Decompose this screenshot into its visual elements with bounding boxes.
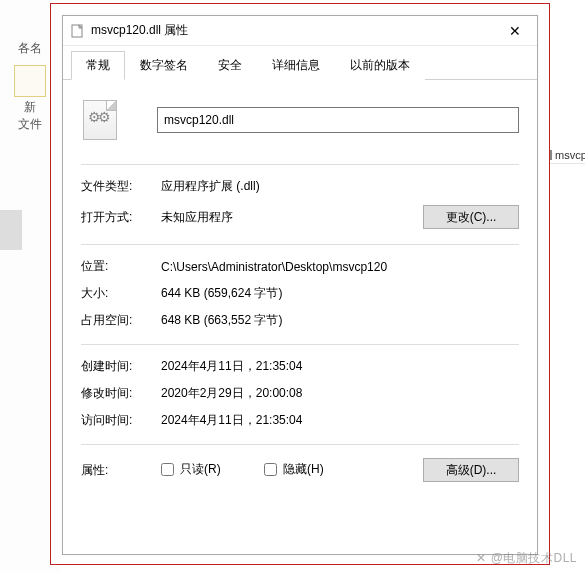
explorer-background-left: 各名 新 文件 [0, 0, 60, 573]
created-value: 2024年4月11日，21:35:04 [161, 358, 519, 375]
created-label: 创建时间: [81, 358, 161, 375]
title-file-icon [71, 24, 85, 38]
filename-input[interactable] [157, 107, 519, 133]
location-value: C:\Users\Administrator\Desktop\msvcp120 [161, 260, 519, 274]
tab-digital-signatures[interactable]: 数字签名 [125, 51, 203, 80]
readonly-label: 只读(R) [180, 461, 221, 478]
accessed-label: 访问时间: [81, 412, 161, 429]
bg-rename-item: 各名 [0, 40, 60, 57]
bg-file-label: msvcp12 [555, 149, 585, 161]
separator [81, 164, 519, 165]
location-label: 位置: [81, 258, 161, 275]
bg-new-item: 新 文件 [0, 65, 60, 133]
gears-icon: ⚙⚙ [88, 109, 108, 125]
openwith-value: 未知应用程序 [161, 209, 423, 226]
dialog-titlebar[interactable]: msvcp120.dll 属性 ✕ [63, 16, 537, 46]
bg-rename-label: 各名 [18, 40, 42, 57]
attrs-options: 只读(R) 隐藏(H) [161, 461, 423, 479]
explorer-background-right: msvcp12 [550, 0, 585, 573]
tab-security[interactable]: 安全 [203, 51, 257, 80]
separator [81, 444, 519, 445]
attrs-label: 属性: [81, 462, 161, 479]
openwith-label: 打开方式: [81, 209, 161, 226]
readonly-checkbox[interactable] [161, 463, 174, 476]
diskspace-value: 648 KB (663,552 字节) [161, 312, 519, 329]
folder-icon [14, 65, 46, 97]
accessed-value: 2024年4月11日，21:35:04 [161, 412, 519, 429]
bg-file-item: msvcp12 [550, 146, 585, 164]
change-button[interactable]: 更改(C)... [423, 205, 519, 229]
tab-general[interactable]: 常规 [71, 51, 125, 80]
hidden-checkbox[interactable] [264, 463, 277, 476]
dialog-title: msvcp120.dll 属性 [91, 22, 493, 39]
tab-previous-versions[interactable]: 以前的版本 [335, 51, 425, 80]
modified-label: 修改时间: [81, 385, 161, 402]
filetype-label: 文件类型: [81, 178, 161, 195]
hidden-checkbox-wrap[interactable]: 隐藏(H) [264, 461, 324, 478]
filetype-value: 应用程序扩展 (.dll) [161, 178, 519, 195]
bg-new-label-top: 新 [24, 99, 36, 116]
properties-dialog: msvcp120.dll 属性 ✕ 常规 数字签名 安全 详细信息 以前的版本 … [62, 15, 538, 555]
size-label: 大小: [81, 285, 161, 302]
tab-row: 常规 数字签名 安全 详细信息 以前的版本 [63, 46, 537, 80]
diskspace-label: 占用空间: [81, 312, 161, 329]
separator [81, 244, 519, 245]
bg-sidebar-fragment [0, 210, 22, 250]
file-item-icon [550, 150, 552, 160]
tab-details[interactable]: 详细信息 [257, 51, 335, 80]
tab-content-general: ⚙⚙ 文件类型: 应用程序扩展 (.dll) 打开方式: 未知应用程序 更改(C… [63, 80, 537, 554]
filetype-large-icon: ⚙⚙ [83, 100, 117, 140]
bg-new-label-bot: 文件 [18, 116, 42, 133]
advanced-button[interactable]: 高级(D)... [423, 458, 519, 482]
separator [81, 344, 519, 345]
modified-value: 2020年2月29日，20:00:08 [161, 385, 519, 402]
hidden-label: 隐藏(H) [283, 461, 324, 478]
readonly-checkbox-wrap[interactable]: 只读(R) [161, 461, 221, 478]
close-button[interactable]: ✕ [493, 16, 537, 46]
size-value: 644 KB (659,624 字节) [161, 285, 519, 302]
